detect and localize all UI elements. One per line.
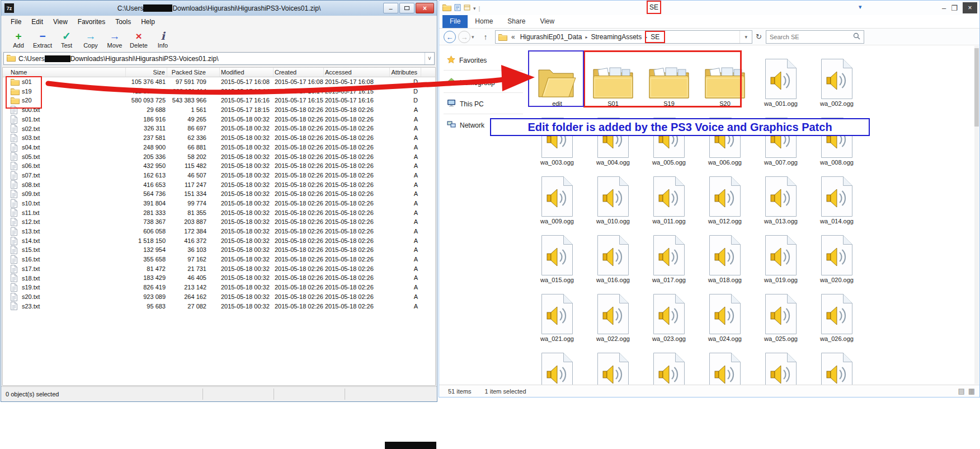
archive-row[interactable]: s05.txt205 33658 2022015-05-18 00:322015…: [3, 152, 435, 162]
quick-access-dropdown-icon[interactable]: ▾: [473, 6, 476, 11]
file-item-wa-001-ogg[interactable]: wa_001.ogg: [753, 52, 809, 111]
file-item-wa-007-ogg[interactable]: wa_007.ogg: [753, 111, 809, 170]
archive-row[interactable]: s12.txt738 367203 8872015-05-18 00:32201…: [3, 217, 435, 227]
folder-item-s01[interactable]: S01: [585, 52, 641, 111]
refresh-button[interactable]: ↻: [756, 32, 762, 41]
toolbar-extract-button[interactable]: −Extract: [32, 30, 53, 49]
column-header-created[interactable]: Created: [274, 68, 324, 77]
column-header-size[interactable]: Size: [126, 68, 167, 77]
file-item-wa-024-ogg[interactable]: wa_024.ogg: [697, 287, 753, 346]
menu-item-file[interactable]: File: [6, 16, 26, 27]
breadcrumb-overflow-icon[interactable]: «: [511, 33, 515, 41]
file-item-wa-008-ogg[interactable]: wa_008.ogg: [809, 111, 865, 170]
archive-row[interactable]: s14.txt1 518 150416 3722015-05-18 00:322…: [3, 236, 435, 246]
file-item-wa-002-ogg[interactable]: wa_002.ogg: [809, 52, 865, 111]
up-button[interactable]: ↑: [479, 31, 492, 43]
breadcrumb-dropdown-icon[interactable]: ▾: [739, 31, 752, 43]
toolbar-copy-button[interactable]: →Copy: [80, 30, 101, 49]
history-dropdown-icon[interactable]: ▾: [472, 34, 474, 40]
file-item[interactable]: [697, 346, 753, 385]
sidebar-item-network[interactable]: Network: [447, 120, 484, 130]
archive-row[interactable]: s06.txt432 950115 4822015-05-18 00:32201…: [3, 161, 435, 171]
column-header-name[interactable]: Name: [3, 68, 126, 77]
file-item-wa-026-ogg[interactable]: wa_026.ogg: [809, 287, 865, 346]
quick-access-icon[interactable]: [464, 3, 470, 13]
column-header-attributes[interactable]: Attributes: [390, 68, 421, 77]
archive-row[interactable]: s03.txt237 58162 3362015-05-18 00:322015…: [3, 133, 435, 143]
close-button[interactable]: ×: [416, 3, 434, 13]
toolbar-add-button[interactable]: +Add: [8, 30, 29, 49]
file-item[interactable]: [585, 346, 641, 385]
sidebar-item-this-pc[interactable]: This PC: [447, 99, 484, 109]
scrollbar-thumb[interactable]: [974, 48, 979, 127]
file-item-wa-013-ogg[interactable]: wa_013.ogg: [753, 170, 809, 228]
toolbar-delete-button[interactable]: ×Delete: [128, 30, 149, 49]
folder-item-s20[interactable]: S20: [697, 52, 753, 111]
menu-item-favorites[interactable]: Favorites: [73, 16, 110, 27]
file-item-wa-025-ogg[interactable]: wa_025.ogg: [753, 287, 809, 346]
search-input[interactable]: [770, 34, 853, 40]
menu-item-tools[interactable]: Tools: [110, 16, 136, 27]
breadcrumb-item-streamingassets[interactable]: StreamingAssets: [587, 33, 645, 41]
back-button[interactable]: ←: [444, 31, 456, 43]
archive-row[interactable]: s18.txt183 42946 4052015-05-18 00:322015…: [3, 273, 435, 283]
file-item-wa-023-ogg[interactable]: wa_023.ogg: [641, 287, 697, 346]
file-item[interactable]: [753, 346, 809, 385]
file-item[interactable]: [809, 346, 865, 385]
file-item-wa-005-ogg[interactable]: wa_005.ogg: [641, 111, 697, 170]
archive-row[interactable]: s20580 093 725543 383 9662015-05-17 16:1…: [3, 96, 435, 105]
archive-row[interactable]: s20.txt923 089264 1622015-05-18 00:32201…: [3, 292, 435, 302]
file-item-wa-015-ogg[interactable]: wa_015.ogg: [529, 228, 585, 287]
minimize-button[interactable]: –: [942, 4, 946, 12]
7zip-address-bar[interactable]: C:\UsersDownloads\Higurashi\HigurashiPS3…: [3, 52, 435, 65]
archive-row[interactable]: s15.txt132 95436 1032015-05-18 00:322015…: [3, 245, 435, 255]
maximize-button[interactable]: ❐: [951, 4, 958, 12]
file-item-wa-020-ogg[interactable]: wa_020.ogg: [809, 228, 865, 287]
forward-button[interactable]: →: [458, 31, 470, 43]
tab-home[interactable]: Home: [468, 15, 500, 28]
archive-row[interactable]: s10.txt391 80499 7742015-05-18 00:322015…: [3, 199, 435, 208]
breadcrumb-item-se[interactable]: SE: [647, 33, 663, 41]
menu-item-edit[interactable]: Edit: [26, 16, 48, 27]
column-header-modified[interactable]: Modified: [220, 68, 274, 77]
file-item[interactable]: [641, 346, 697, 385]
archive-row[interactable]: s11.txt281 33381 3552015-05-18 00:322015…: [3, 208, 435, 218]
archive-row[interactable]: s19412 392 153383 121 1142015-05-17 16:1…: [3, 87, 435, 96]
scrollbar[interactable]: [974, 46, 979, 384]
archive-row[interactable]: s08.txt416 653117 2472015-05-18 00:32201…: [3, 180, 435, 190]
tab-share[interactable]: Share: [500, 15, 533, 28]
search-box[interactable]: [766, 30, 864, 44]
folder-item-s19[interactable]: S19: [641, 52, 697, 111]
menu-item-view[interactable]: View: [48, 16, 73, 27]
file-item-wa-019-ogg[interactable]: wa_019.ogg: [753, 228, 809, 287]
tab-file[interactable]: File: [442, 15, 468, 28]
archive-row[interactable]: s19.txt826 419213 1422015-05-18 00:32201…: [3, 283, 435, 292]
explorer-titlebar[interactable]: ▾ | SE – ❐ ×: [439, 1, 979, 15]
ribbon-expand-icon[interactable]: ▾: [859, 3, 862, 11]
thumbnail-view-button[interactable]: ▦: [968, 387, 975, 395]
archive-row[interactable]: s01.txt186 91649 2652015-05-18 00:322015…: [3, 115, 435, 124]
maximize-button[interactable]: [399, 3, 414, 13]
file-item-wa-006-ogg[interactable]: wa_006.ogg: [697, 111, 753, 170]
folder-item-edit[interactable]: edit: [529, 52, 585, 111]
minimize-button[interactable]: –: [383, 3, 398, 13]
file-item-wa-016-ogg[interactable]: wa_016.ogg: [585, 228, 641, 287]
7zip-titlebar[interactable]: 7z C:\UsersDownloads\Higurashi\Higurashi…: [1, 1, 437, 16]
sidebar-item-favorites[interactable]: Favorites: [447, 55, 487, 65]
archive-row[interactable]: s01105 376 48197 591 7092015-05-17 16:08…: [3, 77, 435, 87]
file-item-wa-012-ogg[interactable]: wa_012.ogg: [697, 170, 753, 228]
file-item-wa-022-ogg[interactable]: wa_022.ogg: [585, 287, 641, 346]
details-view-button[interactable]: ▤: [958, 387, 964, 395]
menu-item-help[interactable]: Help: [136, 16, 160, 27]
file-item[interactable]: [529, 346, 585, 385]
sidebar-item-homegroup[interactable]: Homegroup: [447, 78, 495, 87]
column-header-packed-size[interactable]: Packed Size: [167, 68, 220, 77]
tab-view[interactable]: View: [533, 15, 562, 28]
file-item-wa-021-ogg[interactable]: wa_021.ogg: [529, 287, 585, 346]
archive-row[interactable]: s04.txt248 90066 8812015-05-18 00:322015…: [3, 143, 435, 152]
toolbar-info-button[interactable]: iInfo: [152, 30, 173, 49]
archive-row[interactable]: s17.txt81 47221 7312015-05-18 00:322015-…: [3, 264, 435, 274]
quick-access-icon[interactable]: [454, 3, 461, 13]
toolbar-test-button[interactable]: ✓Test: [56, 30, 77, 49]
file-item-wa-010-ogg[interactable]: wa_010.ogg: [585, 170, 641, 228]
